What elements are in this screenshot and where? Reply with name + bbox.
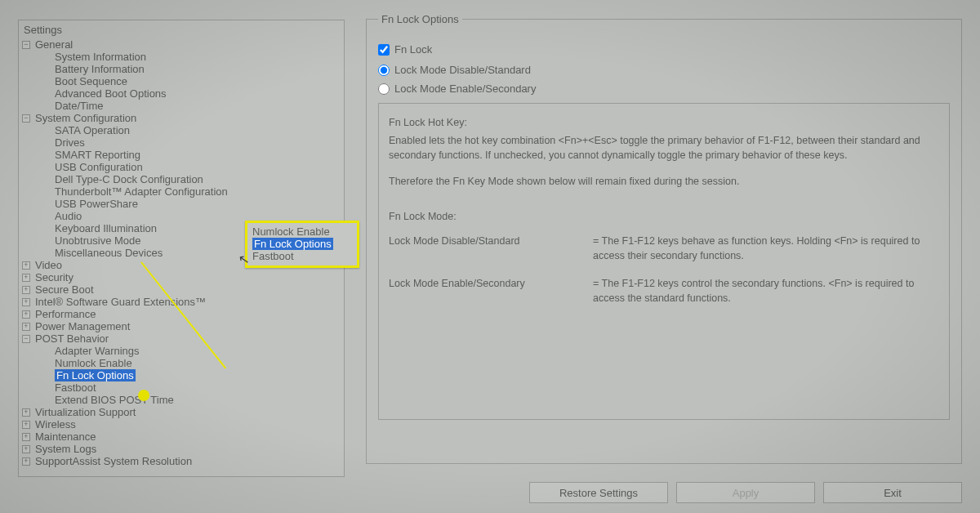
tree-item[interactable]: SATA Operation (19, 124, 344, 136)
expand-icon[interactable]: + (22, 445, 30, 453)
lock-mode-disable-radio[interactable] (378, 65, 390, 76)
tree-item-label: SMART Reporting (55, 149, 140, 161)
tree-item-label: Miscellaneous Devices (55, 247, 163, 259)
expand-icon[interactable]: + (22, 310, 30, 319)
tree-item-label: Dell Type-C Dock Configuration (55, 173, 203, 185)
tree-item[interactable]: Dell Type-C Dock Configuration (19, 173, 344, 185)
annotation-dot (138, 390, 149, 401)
expand-icon[interactable]: + (22, 323, 30, 331)
lock-mode-enable-radio-row[interactable]: Lock Mode Enable/Secondary (378, 83, 950, 95)
tree-category[interactable]: +Maintenance (19, 430, 344, 443)
fn-lock-checkbox-label: Fn Lock (394, 43, 432, 56)
tree-category-label: Virtualization Support (33, 406, 136, 418)
tree-category-label: POST Behavior (33, 332, 109, 345)
tree-item[interactable]: Advanced Boot Options (19, 87, 344, 100)
tree-category-label: System Logs (33, 443, 96, 455)
tree-item[interactable]: System Information (19, 51, 344, 63)
collapse-icon[interactable]: − (22, 335, 30, 343)
tree-category[interactable]: −POST Behavior (19, 332, 344, 345)
tree-category-label: Video (33, 259, 62, 271)
tree-category[interactable]: +Secure Boot (19, 283, 344, 296)
tree-category[interactable]: +Intel® Software Guard Extensions™ (19, 296, 344, 308)
tree-category[interactable]: +Power Management (19, 320, 344, 332)
tree-category-label: General (33, 38, 73, 51)
fn-lock-checkbox-row[interactable]: Fn Lock (378, 43, 950, 56)
tree-category[interactable]: +System Logs (19, 443, 344, 455)
tree-category[interactable]: +Virtualization Support (19, 406, 344, 418)
tree-item[interactable]: USB PowerShare (19, 198, 344, 210)
tree-item-label: Fastboot (55, 381, 96, 394)
tree-category-label: Performance (33, 308, 96, 320)
callout-item: Numlock Enable (252, 225, 352, 238)
tree-category-label: Secure Boot (33, 283, 94, 296)
tree-item-label: Thunderbolt™ Adapter Configuration (55, 185, 228, 198)
mode2-text: The F1-F12 keys control the secondary fu… (593, 276, 939, 306)
tree-category[interactable]: +Wireless (19, 418, 344, 430)
tree-item[interactable]: Numlock Enable (19, 357, 344, 369)
tree-item-label: Numlock Enable (55, 357, 132, 369)
expand-icon[interactable]: + (22, 286, 30, 294)
tree-item[interactable]: SMART Reporting (19, 149, 344, 161)
tree-item[interactable]: USB Configuration (19, 161, 344, 173)
tree-category[interactable]: −General (19, 38, 344, 51)
tree-item-label: Battery Information (55, 63, 145, 75)
fn-lock-options-fieldset: Fn Lock Options Fn Lock Lock Mode Disabl… (366, 13, 962, 464)
tree-category-label: SupportAssist System Resolution (33, 455, 192, 467)
expand-icon[interactable]: + (22, 261, 30, 270)
lock-mode-enable-radio[interactable] (378, 83, 390, 95)
desc-heading-1: Fn Lock Hot Key: (389, 115, 939, 130)
desc-heading-2: Fn Lock Mode: (389, 209, 939, 224)
expand-icon[interactable]: + (22, 274, 30, 282)
tree-item-label: USB PowerShare (55, 198, 138, 210)
tree-item-label: System Information (55, 51, 146, 63)
tree-item[interactable]: Thunderbolt™ Adapter Configuration (19, 185, 344, 198)
restore-settings-button[interactable]: Restore Settings (529, 482, 668, 503)
tree-item-label: Keyboard Illumination (55, 222, 157, 234)
tree-item[interactable]: Date/Time (19, 100, 344, 112)
expand-icon[interactable]: + (22, 421, 30, 429)
tree-item-label: Drives (55, 136, 85, 149)
expand-icon[interactable]: + (22, 408, 30, 417)
tree-item-label: Boot Sequence (55, 75, 127, 87)
callout-item: Fastboot (252, 250, 352, 262)
tree-category-label: Intel® Software Guard Extensions™ (33, 296, 206, 308)
tree-category[interactable]: +Security (19, 271, 344, 283)
tree-item-label: Date/Time (55, 100, 103, 112)
tree-title: Settings (19, 22, 344, 38)
expand-icon[interactable]: + (22, 298, 30, 306)
desc-paragraph-2: Therefore the Fn Key Mode shown below wi… (389, 174, 939, 189)
tree-item[interactable]: Drives (19, 136, 344, 149)
exit-button[interactable]: Exit (823, 482, 962, 503)
tree-item[interactable]: Adapter Warnings (19, 345, 344, 357)
callout-item-selected: Fn Lock Options (252, 238, 333, 250)
callout-item: Fn Lock Options (252, 238, 352, 250)
mode1-text: The F1-F12 keys behave as function keys.… (593, 234, 939, 263)
tree-item-label: SATA Operation (55, 124, 130, 136)
tree-item-label: Adapter Warnings (55, 345, 140, 357)
tree-item-label: Extend BIOS POST Time (55, 394, 174, 406)
expand-icon[interactable]: + (22, 433, 30, 441)
fieldset-legend: Fn Lock Options (378, 13, 462, 25)
tree-category-label: Power Management (33, 320, 130, 332)
fn-lock-checkbox[interactable] (378, 44, 390, 56)
apply-button[interactable]: Apply (676, 482, 815, 503)
tree-item[interactable]: Battery Information (19, 63, 344, 75)
tree-category[interactable]: +SupportAssist System Resolution (19, 455, 344, 467)
tree-item[interactable]: Fastboot (19, 381, 344, 394)
tree-item-label: Advanced Boot Options (55, 87, 167, 100)
lock-mode-disable-radio-row[interactable]: Lock Mode Disable/Standard (378, 64, 950, 76)
tree-item[interactable]: Boot Sequence (19, 75, 344, 87)
tree-item[interactable]: Fn Lock Options (19, 369, 344, 381)
tree-item[interactable]: Extend BIOS POST Time (19, 394, 344, 406)
expand-icon[interactable]: + (22, 457, 30, 466)
collapse-icon[interactable]: − (22, 114, 30, 123)
tree-item-label: USB Configuration (55, 161, 143, 173)
tree-item-label: Unobtrusive Mode (55, 234, 141, 247)
tree-item-label: Audio (55, 210, 82, 222)
tree-category-label: Maintenance (33, 430, 96, 443)
detail-panel: Fn Lock Options Fn Lock Lock Mode Disabl… (366, 13, 962, 471)
tree-category-label: System Configuration (33, 112, 136, 124)
tree-category[interactable]: −System Configuration (19, 112, 344, 124)
description-box: Fn Lock Hot Key: Enabled lets the hot ke… (378, 103, 950, 420)
collapse-icon[interactable]: − (22, 41, 30, 49)
